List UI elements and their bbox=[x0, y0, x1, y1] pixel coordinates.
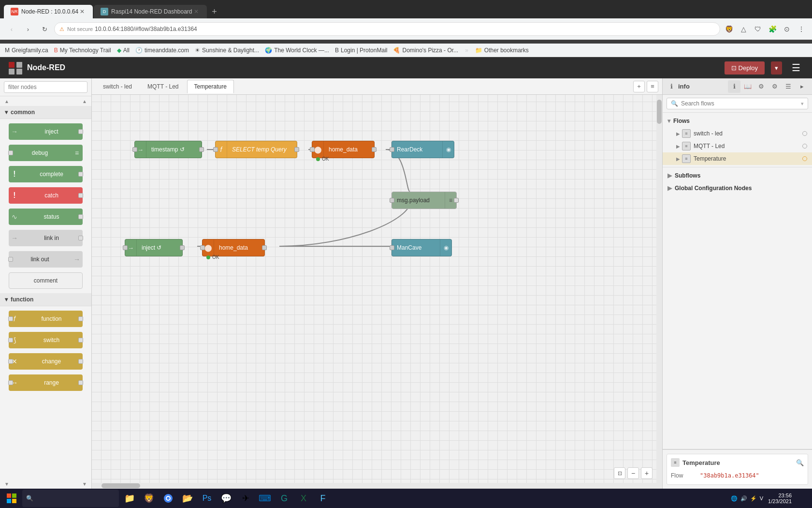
node-inject-2[interactable]: → inject ↺ bbox=[125, 239, 183, 256]
taskbar-search[interactable]: 🔍 bbox=[22, 490, 119, 507]
taskbar-ps[interactable]: Ps bbox=[198, 490, 216, 507]
rp-tab-storage[interactable]: ☰ bbox=[782, 80, 795, 93]
show-desktop-button[interactable] bbox=[796, 490, 809, 507]
rp-flow-item-switch-led[interactable]: ▶ ≡ switch - led bbox=[663, 127, 812, 140]
taskbar-telegram[interactable]: ✈ bbox=[237, 490, 254, 507]
new-tab-button[interactable]: + bbox=[208, 5, 221, 18]
rp-global-header[interactable]: ▶ Global Configuration Nodes bbox=[663, 182, 812, 194]
vpn-icon[interactable]: △ bbox=[738, 23, 749, 35]
refresh-button[interactable]: ↻ bbox=[38, 22, 51, 36]
canvas[interactable]: → timestamp ↺ f SELECT temp Query ⬤ home… bbox=[92, 95, 662, 489]
palette-node-range[interactable]: ↔ range bbox=[9, 374, 83, 391]
sys-battery-icon[interactable]: ⚡ bbox=[750, 495, 757, 502]
bookmark-other[interactable]: 📁Other bookmarks bbox=[475, 47, 529, 54]
palette-node-switch[interactable]: ⟆ switch bbox=[9, 332, 83, 348]
forward-button[interactable]: › bbox=[21, 22, 35, 36]
bookmark-timeanddate[interactable]: 🕐timeanddate.com bbox=[135, 47, 189, 54]
zoom-fit-button[interactable]: ⊡ bbox=[614, 467, 625, 479]
shield-icon[interactable]: 🛡 bbox=[752, 23, 764, 35]
taskbar-excel[interactable]: X bbox=[295, 490, 312, 507]
flow-tab-mqtt-led[interactable]: MQTT - Led bbox=[140, 80, 186, 93]
flow-tab-switch-led[interactable]: switch - led bbox=[96, 80, 139, 93]
bookmark-all[interactable]: ◆All bbox=[117, 47, 130, 54]
back-button[interactable]: ‹ bbox=[5, 22, 18, 36]
browser-tab-dashboard[interactable]: D Raspi14 Node-RED Dashboard ✕ bbox=[94, 5, 206, 18]
taskbar-folder2[interactable]: 📂 bbox=[179, 490, 196, 507]
more-icon[interactable]: ⋮ bbox=[796, 23, 807, 35]
scroll-up-left[interactable]: ▲ bbox=[2, 97, 12, 105]
scroll-down-left[interactable]: ▼ bbox=[2, 480, 12, 488]
bookmark-dominos[interactable]: 🍕Domino's Pizza - Or... bbox=[393, 47, 458, 54]
palette-section-function-header[interactable]: ▾ function bbox=[0, 293, 91, 306]
taskbar-brave[interactable]: 🦁 bbox=[140, 490, 158, 507]
palette-section-common-header[interactable]: ▾ common bbox=[0, 106, 91, 119]
add-flow-button[interactable]: + bbox=[633, 81, 645, 92]
bookmark-tech[interactable]: BMy Technology Trail bbox=[54, 47, 111, 54]
node-select-query[interactable]: f SELECT temp Query bbox=[215, 141, 297, 158]
address-bar[interactable]: ⚠ Not secure 10.0.0.64:1880/#flow/38ab9b… bbox=[54, 22, 720, 36]
taskbar-discord[interactable]: 💬 bbox=[218, 490, 235, 507]
deploy-dropdown[interactable]: ▾ bbox=[771, 61, 782, 75]
rp-subflows-header[interactable]: ▶ Subflows bbox=[663, 169, 812, 182]
taskbar-gitkraken[interactable]: G bbox=[276, 490, 293, 507]
sys-network-icon[interactable]: 🌐 bbox=[731, 495, 738, 502]
palette-node-link-out[interactable]: link out → bbox=[9, 251, 83, 268]
palette-node-status[interactable]: ∿ status bbox=[9, 209, 83, 225]
canvas-hscroll[interactable] bbox=[92, 483, 656, 489]
browser-tab-nodered[interactable]: NR Node-RED : 10.0.0.64 ✕ bbox=[4, 5, 93, 18]
node-home-data-1[interactable]: ⬤ home_data OK bbox=[312, 141, 375, 158]
flow-list-button[interactable]: ≡ bbox=[647, 81, 658, 92]
sys-vpn-icon[interactable]: V bbox=[760, 495, 763, 501]
rp-flows-header[interactable]: ▾ Flows bbox=[663, 115, 812, 127]
info-search-icon[interactable]: 🔍 bbox=[796, 459, 804, 466]
palette-node-inject[interactable]: → inject bbox=[9, 123, 83, 140]
taskbar-file-explorer[interactable]: 📁 bbox=[121, 490, 138, 507]
rp-tab-expand[interactable]: ▸ bbox=[796, 80, 808, 93]
palette-node-comment[interactable]: comment bbox=[9, 272, 83, 289]
node-reardeck[interactable]: RearDeck ◉ bbox=[392, 141, 454, 158]
tab-close-nodered[interactable]: ✕ bbox=[78, 8, 86, 15]
taskbar-vscode[interactable]: ⌨ bbox=[256, 490, 274, 507]
nr-menu-button[interactable]: ☰ bbox=[788, 60, 804, 75]
scroll-up-right[interactable]: ▲ bbox=[80, 97, 89, 105]
rp-tab-info[interactable]: ℹ bbox=[728, 80, 740, 93]
palette-node-complete[interactable]: ! complete bbox=[9, 166, 83, 182]
rp-flow-item-mqtt-led[interactable]: ▶ ≡ MQTT - Led bbox=[663, 140, 812, 152]
node-mancave[interactable]: ManCave ◉ bbox=[392, 239, 452, 256]
flow-tab-temperature[interactable]: Temperature bbox=[187, 80, 234, 93]
deploy-button[interactable]: ⊡ Deploy bbox=[725, 61, 765, 75]
rp-tab-nodes[interactable]: ⚙ bbox=[755, 80, 768, 93]
bookmark-greig[interactable]: MGreigfamily.ca bbox=[5, 47, 48, 54]
palette-node-link-in[interactable]: → link in bbox=[9, 230, 83, 246]
palette-search-input[interactable] bbox=[4, 81, 87, 93]
bookmark-more[interactable]: » bbox=[465, 47, 468, 54]
palette-node-debug[interactable]: debug ≡ bbox=[9, 145, 83, 161]
rp-search-input[interactable] bbox=[681, 100, 798, 107]
node-msg-payload[interactable]: msg.payload ≡ bbox=[392, 192, 457, 209]
zoom-out-button[interactable]: − bbox=[627, 467, 639, 479]
canvas-vscroll[interactable] bbox=[656, 95, 662, 489]
palette-node-change[interactable]: ✕ change bbox=[9, 353, 83, 370]
palette-node-function[interactable]: f function bbox=[9, 311, 83, 327]
bookmark-proton[interactable]: BLogin | ProtonMail bbox=[335, 47, 388, 54]
palette-node-catch[interactable]: ! catch bbox=[9, 187, 83, 204]
rp-flow-item-temperature[interactable]: ▶ ≡ Temperature bbox=[663, 152, 812, 165]
node-timestamp[interactable]: → timestamp ↺ bbox=[134, 141, 202, 158]
search-dropdown-icon[interactable]: ▾ bbox=[801, 101, 804, 107]
scroll-down-right[interactable]: ▼ bbox=[80, 480, 89, 488]
zoom-in-button[interactable]: + bbox=[641, 467, 652, 479]
bookmark-worldclock[interactable]: 🌍The World Clock —... bbox=[265, 47, 329, 54]
bookmark-sunshine[interactable]: ☀Sunshine & Daylight... bbox=[195, 47, 259, 54]
taskbar-clock[interactable]: 23:56 1/23/2021 bbox=[768, 493, 794, 504]
tab-close-dashboard[interactable]: ✕ bbox=[192, 8, 200, 15]
sys-volume-icon[interactable]: 🔊 bbox=[740, 495, 747, 502]
brave-icon[interactable]: 🦁 bbox=[723, 23, 735, 35]
rp-tab-settings[interactable]: ⚙ bbox=[768, 80, 781, 93]
taskbar-flutter[interactable]: F bbox=[314, 490, 332, 507]
taskbar-chrome[interactable] bbox=[160, 490, 177, 507]
profile-icon[interactable]: ⊙ bbox=[781, 23, 793, 35]
rp-tab-book[interactable]: 📖 bbox=[741, 80, 754, 93]
extensions-icon[interactable]: 🧩 bbox=[767, 23, 778, 35]
node-home-data-2[interactable]: ⬤ home_data OK bbox=[202, 239, 265, 256]
start-button[interactable] bbox=[3, 491, 20, 506]
